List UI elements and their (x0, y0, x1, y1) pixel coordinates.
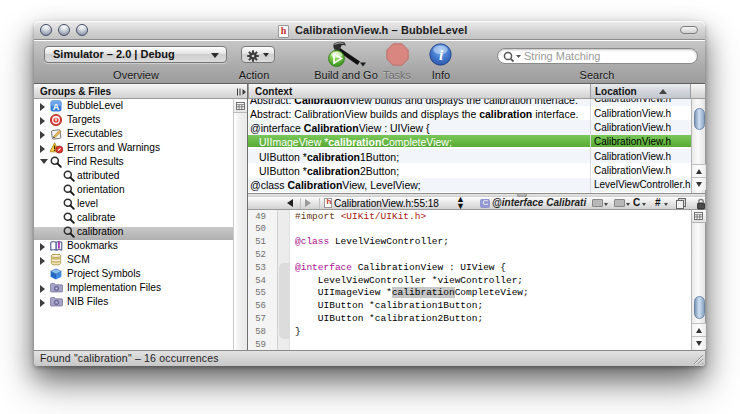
svg-text:A: A (53, 102, 60, 112)
